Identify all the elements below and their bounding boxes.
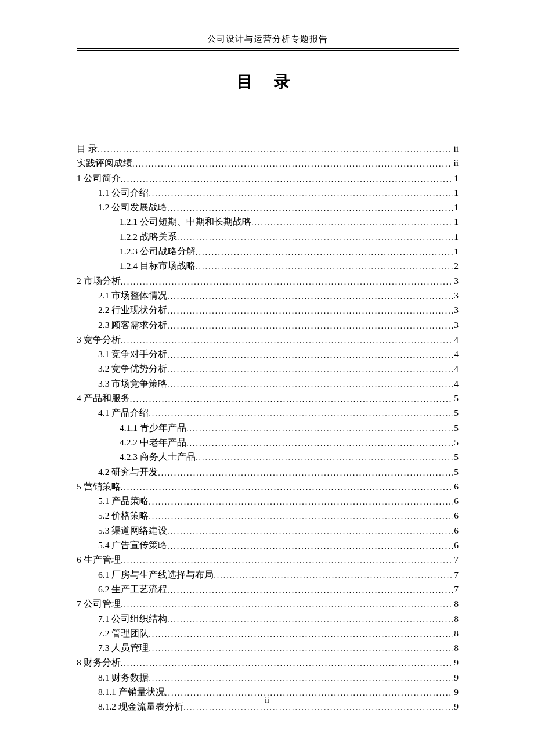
toc-entry[interactable]: 4.2.2 中老年产品5 xyxy=(77,438,459,447)
toc-entry-label: 6.1 厂房与生产线选择与布局 xyxy=(98,570,214,579)
toc-entry[interactable]: 目 录ii xyxy=(77,144,459,153)
toc-entry-label: 6.2 生产工艺流程 xyxy=(98,585,167,594)
toc-entry-label: 5 营销策略 xyxy=(77,482,121,491)
toc-entry[interactable]: 7 公司管理8 xyxy=(77,599,459,609)
toc-leader-dots xyxy=(167,307,453,315)
toc-leader-dots xyxy=(183,704,453,712)
toc-entry-page: 1 xyxy=(453,232,459,242)
toc-entry-page: 8 xyxy=(453,643,459,653)
toc-leader-dots xyxy=(196,263,453,271)
toc-entry-page: 8 xyxy=(453,629,459,638)
toc-entry-label: 4.1.1 青少年产品 xyxy=(120,423,186,433)
toc-entry[interactable]: 2.3 顾客需求分析3 xyxy=(77,321,459,330)
toc-entry[interactable]: 1.2.3 公司战略分解1 xyxy=(77,247,459,256)
toc-entry-page: 4 xyxy=(453,364,459,373)
toc-entry[interactable]: 7.1 公司组织结构8 xyxy=(77,614,459,624)
toc-entry[interactable]: 1.2.1 公司短期、中期和长期战略1 xyxy=(77,217,459,226)
toc-entry-label: 5.2 价格策略 xyxy=(98,511,149,520)
toc-entry-label: 1.2.4 目标市场战略 xyxy=(120,261,196,271)
toc-entry[interactable]: 5.4 广告宣传策略6 xyxy=(77,541,459,550)
toc-entry-label: 4.2.3 商务人士产品 xyxy=(120,452,196,462)
toc-entry[interactable]: 3.1 竞争对手分析4 xyxy=(77,350,459,359)
toc-entry-page: 6 xyxy=(453,526,459,535)
toc-leader-dots xyxy=(121,660,453,668)
toc-entry-page: 8 xyxy=(453,614,459,624)
toc-entry[interactable]: 实践评阅成绩ii xyxy=(77,159,459,168)
toc-entry[interactable]: 1.2 公司发展战略1 xyxy=(77,203,459,212)
toc-entry-label: 2 市场分析 xyxy=(77,276,121,286)
toc-entry[interactable]: 6.1 厂房与生产线选择与布局7 xyxy=(77,570,459,579)
toc-leader-dots xyxy=(167,381,453,389)
toc-entry[interactable]: 1.2.2 战略关系1 xyxy=(77,232,459,242)
toc-entry-label: 目 录 xyxy=(77,144,98,153)
toc-leader-dots xyxy=(121,601,453,609)
toc-leader-dots xyxy=(149,645,453,653)
toc-entry[interactable]: 2.2 行业现状分析3 xyxy=(77,305,459,315)
toc-entry-label: 2.2 行业现状分析 xyxy=(98,305,167,315)
toc-entry[interactable]: 2 市场分析3 xyxy=(77,276,459,286)
toc-entry-label: 4.2 研究与开发 xyxy=(98,467,158,477)
toc-leader-dots xyxy=(167,366,453,374)
toc-leader-dots xyxy=(130,395,453,404)
toc-entry-page: 5 xyxy=(453,423,459,433)
toc-entry-label: 4 产品和服务 xyxy=(77,394,130,403)
toc-entry[interactable]: 4 产品和服务5 xyxy=(77,394,459,403)
toc-entry[interactable]: 8.1 财务数据9 xyxy=(77,673,459,682)
toc-entry[interactable]: 1.1 公司介绍1 xyxy=(77,188,459,197)
toc-leader-dots xyxy=(121,557,453,565)
toc-leader-dots xyxy=(167,322,453,330)
toc-entry[interactable]: 4.2.3 商务人士产品5 xyxy=(77,452,459,462)
toc-entry-page: 5 xyxy=(453,438,459,447)
toc-leader-dots xyxy=(167,542,453,550)
toc-entry-label: 7.2 管理团队 xyxy=(98,629,149,638)
toc-entry[interactable]: 5 营销策略6 xyxy=(77,482,459,491)
toc-leader-dots xyxy=(167,616,453,624)
toc-entry[interactable]: 5.1 产品策略6 xyxy=(77,496,459,506)
toc-body: 目 录ii实践评阅成绩ii1 公司简介11.1 公司介绍11.2 公司发展战略1… xyxy=(77,144,459,711)
toc-entry-page: ii xyxy=(452,144,459,153)
toc-entry-label: 1.2.2 战略关系 xyxy=(120,232,177,242)
toc-entry-page: 3 xyxy=(453,305,459,315)
toc-leader-dots xyxy=(196,249,453,257)
toc-entry-label: 3.3 市场竞争策略 xyxy=(98,379,167,388)
toc-entry-label: 2.3 顾客需求分析 xyxy=(98,321,167,330)
toc-entry[interactable]: 2.1 市场整体情况3 xyxy=(77,291,459,300)
toc-entry[interactable]: 6.2 生产工艺流程7 xyxy=(77,585,459,594)
toc-entry-page: 6 xyxy=(453,482,459,491)
toc-entry[interactable]: 1 公司简介1 xyxy=(77,174,459,183)
toc-entry-page: 2 xyxy=(453,261,459,271)
toc-entry-page: 1 xyxy=(453,174,459,183)
toc-leader-dots xyxy=(186,440,453,448)
toc-entry[interactable]: 7.2 管理团队8 xyxy=(77,629,459,638)
toc-leader-dots xyxy=(149,190,453,198)
toc-entry[interactable]: 5.3 渠道网络建设6 xyxy=(77,526,459,535)
toc-entry[interactable]: 3 竞争分析4 xyxy=(77,335,459,344)
toc-entry-page: 8 xyxy=(453,599,459,609)
toc-entry-page: 5 xyxy=(453,467,459,477)
toc-leader-dots xyxy=(149,410,453,418)
toc-entry[interactable]: 4.1 产品介绍5 xyxy=(77,408,459,417)
toc-entry-label: 2.1 市场整体情况 xyxy=(98,291,167,300)
toc-entry[interactable]: 5.2 价格策略6 xyxy=(77,511,459,520)
toc-entry[interactable]: 7.3 人员管理8 xyxy=(77,643,459,653)
toc-entry[interactable]: 1.2.4 目标市场战略2 xyxy=(77,261,459,271)
toc-entry[interactable]: 3.2 竞争优势分析4 xyxy=(77,364,459,373)
toc-entry-page: 6 xyxy=(453,541,459,550)
toc-entry-page: 6 xyxy=(453,511,459,520)
toc-entry-label: 5.1 产品策略 xyxy=(98,496,149,506)
toc-entry-page: 4 xyxy=(453,335,459,344)
toc-entry[interactable]: 3.3 市场竞争策略4 xyxy=(77,379,459,388)
toc-entry-page: 3 xyxy=(453,276,459,286)
document-page: 公司设计与运营分析专题报告 目 录 目 录ii实践评阅成绩ii1 公司简介11.… xyxy=(0,0,534,746)
toc-entry-label: 6 生产管理 xyxy=(77,555,121,564)
toc-entry[interactable]: 4.2 研究与开发5 xyxy=(77,467,459,477)
toc-entry-label: 8 财务分析 xyxy=(77,658,121,667)
toc-entry-label: 5.4 广告宣传策略 xyxy=(98,541,167,550)
toc-entry[interactable]: 4.1.1 青少年产品5 xyxy=(77,423,459,433)
toc-entry-label: 8.1 财务数据 xyxy=(98,673,149,682)
toc-leader-dots xyxy=(132,160,452,168)
toc-entry[interactable]: 8 财务分析9 xyxy=(77,658,459,667)
toc-entry-label: 1 公司简介 xyxy=(77,174,121,183)
toc-entry-page: 1 xyxy=(453,247,459,256)
toc-entry[interactable]: 6 生产管理7 xyxy=(77,555,459,564)
